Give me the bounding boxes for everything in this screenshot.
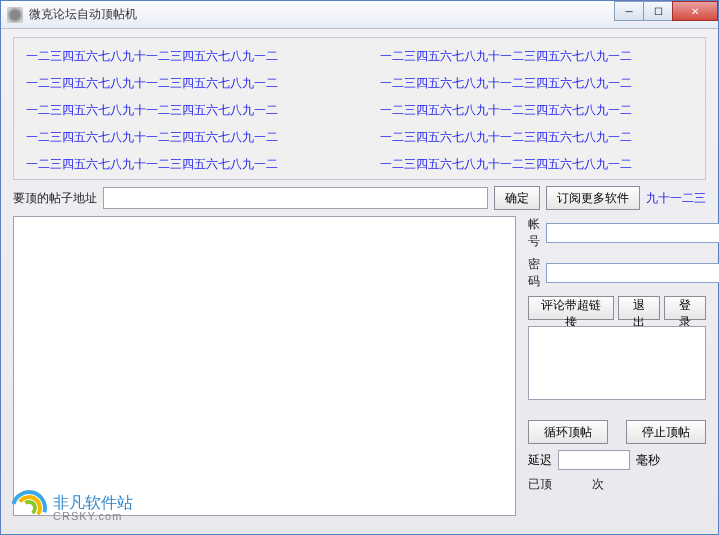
content-area: 一二三四五六七八九十一二三四五六七八九一二 一二三四五六七八九十一二三四五六七八… (1, 29, 718, 534)
comment-hyperlink-button[interactable]: 评论带超链接 (528, 296, 614, 320)
account-input[interactable] (546, 223, 719, 243)
account-label: 帐号 (528, 216, 540, 250)
auth-button-row: 评论带超链接 退出 登录 (528, 296, 706, 320)
logo-text: 非凡软件站 CRSKY.com (53, 495, 133, 522)
clipped-link[interactable]: 九十一二三四 (646, 190, 706, 207)
address-input[interactable] (103, 187, 488, 209)
delay-input[interactable] (558, 450, 630, 470)
confirm-button[interactable]: 确定 (494, 186, 540, 210)
logout-button[interactable]: 退出 (618, 296, 660, 320)
delay-unit: 毫秒 (636, 452, 660, 469)
app-window: 微克论坛自动顶帖机 ─ ☐ ✕ 一二三四五六七八九十一二三四五六七八九一二 一二… (0, 0, 719, 535)
side-panel: 帐号 密码 评论带超链接 退出 登录 循环顶帖 停止顶帖 (528, 216, 706, 516)
titlebar[interactable]: 微克论坛自动顶帖机 ─ ☐ ✕ (1, 1, 718, 29)
content-pane[interactable] (13, 216, 516, 516)
loop-bump-button[interactable]: 循环顶帖 (528, 420, 608, 444)
promo-link[interactable]: 一二三四五六七八九十一二三四五六七八九一二 (380, 48, 694, 65)
app-icon (7, 7, 23, 23)
login-button[interactable]: 登录 (664, 296, 706, 320)
promo-link[interactable]: 一二三四五六七八九十一二三四五六七八九一二 (26, 75, 340, 92)
logo-arc-icon (11, 490, 47, 526)
stop-bump-button[interactable]: 停止顶帖 (626, 420, 706, 444)
promo-link[interactable]: 一二三四五六七八九十一二三四五六七八九一二 (26, 48, 340, 65)
window-title: 微克论坛自动顶帖机 (29, 6, 137, 23)
delay-label: 延迟 (528, 452, 552, 469)
address-label: 要顶的帖子地址 (13, 190, 97, 207)
watermark-logo: 非凡软件站 CRSKY.com (11, 490, 133, 526)
links-grid: 一二三四五六七八九十一二三四五六七八九一二 一二三四五六七八九十一二三四五六七八… (26, 48, 693, 173)
logo-cn: 非凡软件站 (53, 495, 133, 511)
window-controls: ─ ☐ ✕ (615, 1, 718, 21)
minimize-button[interactable]: ─ (614, 1, 644, 21)
bump-button-row: 循环顶帖 停止顶帖 (528, 420, 706, 444)
maximize-button[interactable]: ☐ (643, 1, 673, 21)
account-row: 帐号 (528, 216, 706, 250)
password-input[interactable] (546, 263, 719, 283)
promo-link[interactable]: 一二三四五六七八九十一二三四五六七八九一二 (26, 129, 340, 146)
promo-link[interactable]: 一二三四五六七八九十一二三四五六七八九一二 (380, 102, 694, 119)
logo-en: CRSKY.com (53, 511, 133, 522)
subscribe-button[interactable]: 订阅更多软件 (546, 186, 640, 210)
promo-link[interactable]: 一二三四五六七八九十一二三四五六七八九一二 (380, 156, 694, 173)
password-row: 密码 (528, 256, 706, 290)
promo-link[interactable]: 一二三四五六七八九十一二三四五六七八九一二 (26, 102, 340, 119)
status-row: 已顶 次 (528, 476, 706, 493)
spacer (528, 406, 706, 414)
address-row: 要顶的帖子地址 确定 订阅更多软件 九十一二三四 (13, 186, 706, 210)
delay-row: 延迟 毫秒 (528, 450, 706, 470)
password-label: 密码 (528, 256, 540, 290)
status-times-label: 次 (592, 476, 604, 493)
promo-link[interactable]: 一二三四五六七八九十一二三四五六七八九一二 (380, 129, 694, 146)
main-area: 帐号 密码 评论带超链接 退出 登录 循环顶帖 停止顶帖 (13, 216, 706, 516)
status-done-label: 已顶 (528, 476, 552, 493)
promo-link[interactable]: 一二三四五六七八九十一二三四五六七八九一二 (26, 156, 340, 173)
links-groupbox: 一二三四五六七八九十一二三四五六七八九一二 一二三四五六七八九十一二三四五六七八… (13, 37, 706, 180)
close-button[interactable]: ✕ (672, 1, 718, 21)
promo-link[interactable]: 一二三四五六七八九十一二三四五六七八九一二 (380, 75, 694, 92)
comment-textarea[interactable] (528, 326, 706, 400)
